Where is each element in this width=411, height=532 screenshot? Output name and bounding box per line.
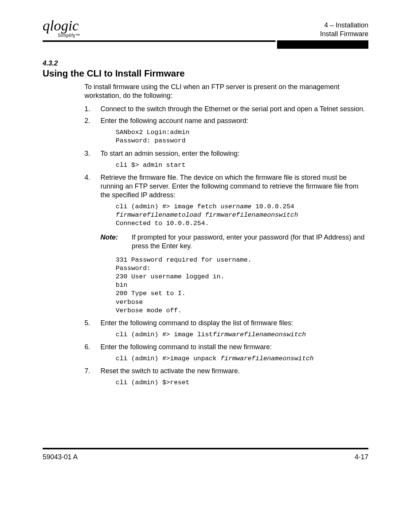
- step-6: 6. Enter the following command to instal…: [84, 343, 368, 351]
- code-block: cli $> admin start: [116, 161, 368, 169]
- code-block: cli (admin) #>image unpack firmwarefilen…: [116, 355, 368, 363]
- code-italic: username: [220, 203, 252, 210]
- code-italic: firmwarefilenameonswitch: [220, 355, 314, 362]
- chapter-line: 4 – Installation: [320, 21, 368, 30]
- code-block: SANbox2 Login:admin Password: password: [116, 128, 368, 145]
- logo: qlogic Simplify™: [43, 19, 80, 38]
- step-text: Reset the switch to activate the new fir…: [100, 367, 368, 375]
- rule-line: [43, 40, 276, 42]
- page-footer: 59043-01 A 4-17: [43, 453, 368, 461]
- code-text: cli (admin) #>image unpack: [116, 355, 220, 362]
- step-text: Enter the following command to install t…: [100, 343, 368, 351]
- intro-paragraph: To install firmware using the CLI when a…: [84, 83, 368, 100]
- footer-rule: [43, 448, 368, 449]
- code-text: cli (admin) #> image fetch: [116, 203, 220, 210]
- step-4: 4. Retrieve the firmware file. The devic…: [84, 173, 368, 200]
- page-number: 4-17: [355, 453, 368, 461]
- step-7: 7. Reset the switch to activate the new …: [84, 367, 368, 375]
- rule-bar: [277, 40, 368, 49]
- note-text: If prompted for your password, enter you…: [132, 233, 368, 251]
- step-text: Enter the following account name and pas…: [100, 117, 368, 125]
- note-label: Note:: [100, 233, 132, 251]
- code-block: cli (admin) #> image fetch username 10.0…: [116, 203, 368, 228]
- step-text: Retrieve the firmware file. The device o…: [100, 173, 368, 200]
- section-title: Using the CLI to Install Firmware: [43, 68, 368, 79]
- code-block: cli (admin) $>reset: [116, 379, 368, 387]
- step-5: 5. Enter the following command to displa…: [84, 319, 368, 328]
- logo-script: qlogic: [43, 19, 80, 32]
- step-number: 7.: [84, 367, 100, 375]
- code-text: Connected to 10.0.0.254.: [116, 220, 209, 227]
- step-number: 5.: [84, 319, 100, 328]
- page-header: qlogic Simplify™ 4 – Installation Instal…: [43, 19, 368, 38]
- section-number: 4.3.2: [43, 59, 368, 67]
- header-rule: [43, 40, 368, 49]
- code-block: 331 Password required for username. Pass…: [116, 256, 368, 315]
- page: qlogic Simplify™ 4 – Installation Instal…: [0, 0, 411, 476]
- step-number: 6.: [84, 343, 100, 351]
- step-3: 3. To start an admin session, enter the …: [84, 149, 368, 158]
- note: Note: If prompted for your password, ent…: [100, 233, 368, 251]
- step-text: Enter the following command to display t…: [100, 319, 368, 328]
- code-italic: firmwarefilenameonswitch: [213, 331, 306, 338]
- step-1: 1. Connect to the switch through the Eth…: [84, 105, 368, 113]
- header-text: 4 – Installation Install Firmware: [320, 21, 368, 38]
- doc-id: 59043-01 A: [43, 453, 78, 461]
- step-text: Connect to the switch through the Ethern…: [100, 105, 368, 113]
- code-italic: firmwarefilenametoload firmwarefilenameo…: [116, 211, 298, 219]
- code-text: 10.0.0.254: [252, 203, 298, 210]
- step-2: 2. Enter the following account name and …: [84, 117, 368, 125]
- step-number: 1.: [84, 105, 100, 113]
- step-number: 4.: [84, 173, 100, 200]
- step-number: 2.: [84, 117, 100, 125]
- step-number: 3.: [84, 149, 100, 158]
- body-column: To install firmware using the CLI when a…: [84, 83, 368, 387]
- code-block: cli (admin) #> image listfirmwarefilenam…: [116, 331, 368, 339]
- logo-simplify: Simplify™: [58, 33, 80, 38]
- section-line: Install Firmware: [320, 30, 368, 38]
- step-text: To start an admin session, enter the fol…: [100, 149, 368, 158]
- code-text: cli (admin) #> image list: [116, 331, 213, 338]
